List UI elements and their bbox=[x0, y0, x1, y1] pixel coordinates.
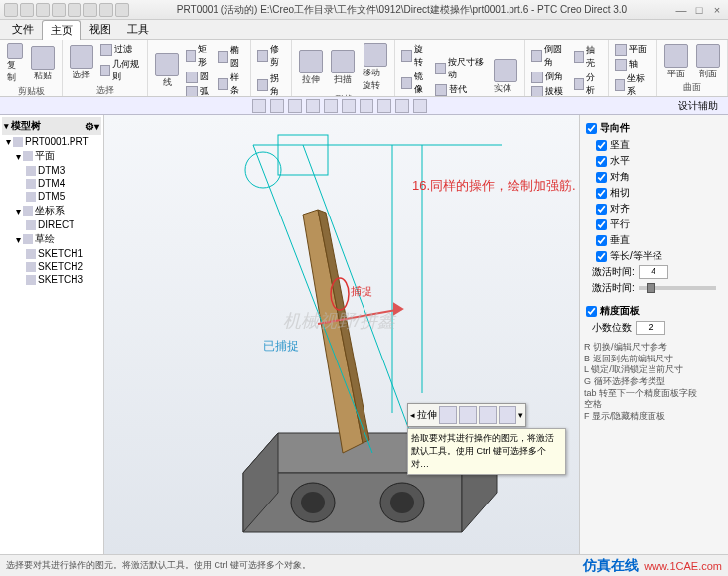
view-toolbar: 设计辅助 bbox=[0, 97, 728, 115]
save-icon[interactable] bbox=[36, 3, 50, 17]
corner-button[interactable]: 拐角 bbox=[255, 72, 287, 97]
redo-icon[interactable] bbox=[68, 3, 81, 17]
copy-button[interactable]: 复制 bbox=[4, 42, 26, 85]
decimals-spinner[interactable]: 2 bbox=[636, 321, 665, 335]
geomrule-button[interactable]: 几何规则 bbox=[98, 57, 143, 84]
draft-button[interactable]: 拔模 bbox=[529, 84, 569, 97]
datum-plane-button[interactable]: 平面 bbox=[613, 42, 653, 57]
nohidden-icon[interactable] bbox=[377, 99, 391, 113]
shade-icon[interactable] bbox=[324, 99, 338, 113]
mini-extrude-icon[interactable] bbox=[439, 406, 457, 424]
mirror-button[interactable]: 镜像 bbox=[399, 70, 431, 97]
tab-file[interactable]: 文件 bbox=[4, 20, 42, 39]
chamfer-button[interactable]: 倒角 bbox=[529, 70, 569, 84]
chk-tangent[interactable]: 相切 bbox=[584, 185, 724, 201]
menu-bar: 文件 主页 视图 工具 bbox=[0, 20, 728, 40]
tab-tools[interactable]: 工具 bbox=[119, 20, 157, 39]
chk-diagonal[interactable]: 对角 bbox=[584, 169, 724, 185]
shell-button[interactable]: 抽壳 bbox=[572, 43, 604, 71]
tree-sketch2[interactable]: SKETCH2 bbox=[2, 260, 101, 273]
mini-toolbar[interactable]: ◂ 拉伸 ▾ bbox=[407, 403, 526, 427]
tree-dtm5[interactable]: DTM5 bbox=[2, 190, 101, 203]
datum-csys-button[interactable]: 坐标系 bbox=[613, 72, 653, 97]
line-button[interactable]: 线 bbox=[152, 52, 182, 90]
ribbon-group-shape: 拉伸 扫描 移动旋转 形状 bbox=[292, 40, 395, 96]
csys-icon bbox=[26, 220, 36, 230]
status-bar: 选择要对其进行操作的图元。将激活默认工具。使用 Ctrl 键可选择多个对象。 仿… bbox=[0, 554, 728, 576]
plane-icon bbox=[26, 179, 36, 189]
delay-slider[interactable] bbox=[639, 286, 716, 290]
chk-align[interactable]: 对齐 bbox=[584, 201, 724, 216]
regen-icon[interactable] bbox=[83, 3, 97, 17]
surf-flat-button[interactable]: 平面 bbox=[661, 43, 691, 81]
paste-button[interactable]: 粘贴 bbox=[28, 45, 58, 83]
surf-section-button[interactable]: 剖面 bbox=[693, 43, 723, 81]
new-icon[interactable] bbox=[4, 3, 18, 17]
mini-extrude-label: 拉伸 bbox=[417, 408, 437, 422]
tree-root[interactable]: ▾PRT0001.PRT bbox=[2, 135, 101, 148]
hidden-icon[interactable] bbox=[360, 99, 373, 113]
revolve-button[interactable]: 移动旋转 bbox=[360, 42, 390, 93]
mini-opt3-icon[interactable] bbox=[499, 406, 516, 424]
chk-parallel[interactable]: 平行 bbox=[584, 216, 724, 232]
arc-button[interactable]: 弧 bbox=[184, 84, 215, 97]
tab-view[interactable]: 视图 bbox=[81, 20, 119, 39]
wireframe-icon[interactable] bbox=[342, 99, 356, 113]
tree-dtm4[interactable]: DTM4 bbox=[2, 177, 101, 190]
persp-icon[interactable] bbox=[395, 99, 409, 113]
chk-equal[interactable]: 等长/等半径 bbox=[584, 248, 724, 264]
maximize-icon[interactable]: □ bbox=[692, 3, 706, 17]
analyze-button[interactable]: 分析 bbox=[572, 71, 604, 97]
snap-label: 捕捉 bbox=[351, 284, 372, 299]
spline-button[interactable]: 样条 bbox=[217, 71, 247, 97]
qat-more-icon[interactable] bbox=[115, 3, 129, 17]
select-button[interactable]: 选择 bbox=[67, 44, 96, 82]
minimize-icon[interactable]: — bbox=[674, 3, 688, 17]
ellipse-button[interactable]: 椭圆 bbox=[217, 43, 247, 71]
precision-header[interactable]: 精度面板 bbox=[584, 302, 724, 320]
tree-header: ▾模型树 ⚙▾ bbox=[2, 117, 101, 135]
quick-access-toolbar bbox=[4, 3, 129, 17]
rotate-button[interactable]: 旋转 bbox=[399, 42, 431, 70]
substitute-button[interactable]: 替代 bbox=[433, 82, 489, 97]
chk-perp[interactable]: 垂直 bbox=[584, 232, 724, 248]
graphics-viewport[interactable]: 16.同样的操作，绘制加强筋. 捕捉 已捕捉 机械视野/拼鑫 ◂ 拉伸 ▾ 拾取… bbox=[104, 115, 579, 554]
delay-spinner[interactable]: 4 bbox=[639, 265, 668, 279]
rect-button[interactable]: 矩形 bbox=[184, 42, 215, 70]
tree-direct[interactable]: DIRECT bbox=[2, 218, 101, 231]
model-tree[interactable]: ▾模型树 ⚙▾ ▾PRT0001.PRT ▾平面 DTM3 DTM4 DTM5 … bbox=[0, 115, 104, 554]
zoomout-icon[interactable] bbox=[288, 99, 302, 113]
tree-dtm3[interactable]: DTM3 bbox=[2, 164, 101, 177]
chk-horizontal[interactable]: 水平 bbox=[584, 153, 724, 169]
open-icon[interactable] bbox=[20, 3, 34, 17]
tree-sketches[interactable]: ▾草绘 bbox=[2, 231, 101, 247]
undo-icon[interactable] bbox=[52, 3, 66, 17]
sweep-button[interactable]: 扫描 bbox=[328, 49, 358, 87]
part-icon bbox=[13, 137, 23, 147]
trim-button[interactable]: 修剪 bbox=[255, 42, 287, 70]
round-button[interactable]: 倒圆角 bbox=[529, 42, 569, 70]
tree-sketch3[interactable]: SKETCH3 bbox=[2, 273, 101, 286]
tree-sketch1[interactable]: SKETCH1 bbox=[2, 247, 101, 260]
savedview-icon[interactable] bbox=[413, 99, 427, 113]
mini-opt1-icon[interactable] bbox=[459, 406, 477, 424]
chk-vertical[interactable]: 坚直 bbox=[584, 137, 724, 153]
datum-axis-button[interactable]: 轴 bbox=[613, 57, 653, 72]
tab-home[interactable]: 主页 bbox=[42, 20, 81, 40]
repaint-icon[interactable] bbox=[306, 99, 320, 113]
guide-section-header[interactable]: 导向件 bbox=[584, 119, 724, 137]
extrude-button[interactable]: 拉伸 bbox=[296, 49, 326, 87]
tree-csys[interactable]: ▾坐标系 bbox=[2, 203, 101, 218]
mini-opt2-icon[interactable] bbox=[479, 406, 497, 424]
solidify-button[interactable]: 实体化 bbox=[491, 58, 520, 97]
close-icon[interactable]: × bbox=[710, 3, 724, 17]
brand-logo: 仿真在线 bbox=[583, 557, 639, 573]
filter-button[interactable]: 过滤 bbox=[98, 42, 143, 57]
movedim-button[interactable]: 按尺寸移动 bbox=[433, 55, 489, 82]
zoomin-icon[interactable] bbox=[270, 99, 284, 113]
decimals-row: 小数位数 2 bbox=[584, 320, 724, 336]
tree-datum-planes[interactable]: ▾平面 bbox=[2, 148, 101, 164]
close-win-icon[interactable] bbox=[99, 3, 113, 17]
refit-icon[interactable] bbox=[252, 99, 266, 113]
circle-button[interactable]: 圆 bbox=[184, 70, 215, 84]
